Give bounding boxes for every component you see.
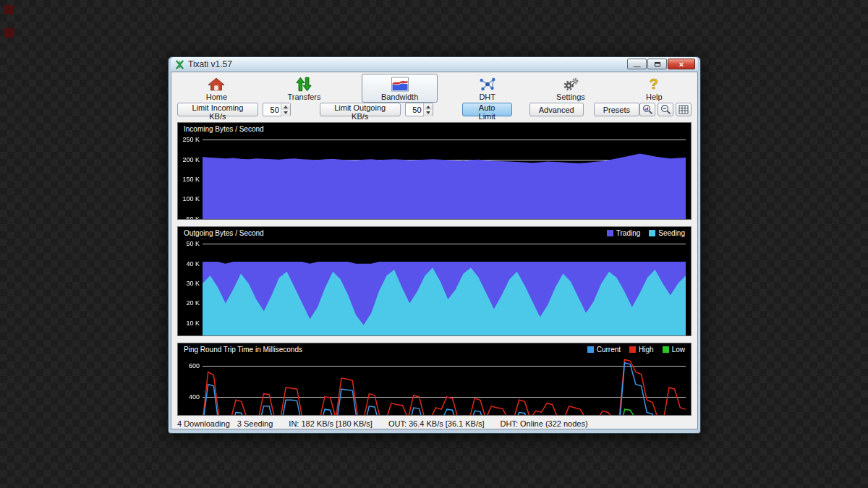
incoming-spin-down-icon[interactable] bbox=[281, 110, 290, 116]
settings-gears-icon bbox=[562, 76, 579, 92]
outgoing-limit-spinner bbox=[405, 103, 433, 116]
ping-chart-legend: Current High Low bbox=[587, 346, 685, 354]
seeding-legend-swatch bbox=[649, 230, 655, 236]
window-title: Tixati v1.57 bbox=[188, 59, 232, 69]
toolbar-home-label: Home bbox=[206, 93, 227, 101]
window-controls: — × bbox=[627, 59, 695, 69]
transfers-icon bbox=[295, 76, 312, 92]
outgoing-chart-panel: Outgoing Bytes / Second Trading Seeding bbox=[177, 226, 692, 336]
outgoing-spin-down-icon[interactable] bbox=[424, 110, 433, 116]
toolbar-bandwidth[interactable]: Bandwidth bbox=[362, 74, 438, 103]
bandwidth-controls-row: Limit Incoming KB/s Limit Outgoing KB/s bbox=[171, 103, 697, 119]
low-legend-swatch bbox=[663, 346, 669, 353]
status-outgoing-rate: OUT: 36.4 KB/s [36.1 KB/s] bbox=[388, 419, 485, 428]
limit-outgoing-button[interactable]: Limit Outgoing KB/s bbox=[320, 103, 401, 116]
tixati-logo-icon bbox=[174, 59, 185, 70]
grid-icon bbox=[678, 105, 689, 114]
maximize-button[interactable] bbox=[647, 59, 667, 69]
toolbar-transfers[interactable]: Transfers bbox=[268, 74, 340, 103]
incoming-spin-up-icon[interactable] bbox=[281, 103, 290, 110]
incoming-chart-panel: Incoming Bytes / Second bbox=[177, 122, 692, 220]
outgoing-chart-title: Outgoing Bytes / Second bbox=[184, 229, 264, 237]
zoom-out-button[interactable] bbox=[658, 103, 673, 116]
advanced-button[interactable]: Advanced bbox=[529, 103, 584, 116]
outgoing-spin-up-icon[interactable] bbox=[424, 103, 433, 110]
help-icon: ? bbox=[645, 76, 663, 92]
titlebar[interactable]: Tixati v1.57 — × bbox=[171, 57, 698, 72]
status-downloading: 4 Downloading bbox=[177, 419, 230, 428]
limit-incoming-button[interactable]: Limit Incoming KB/s bbox=[177, 103, 258, 116]
outgoing-limit-input[interactable] bbox=[406, 103, 423, 116]
main-toolbar: Home Transfers bbox=[171, 72, 697, 103]
status-incoming-rate: IN: 182 KB/s [180 KB/s] bbox=[289, 419, 373, 428]
grid-view-button[interactable] bbox=[676, 103, 692, 116]
bandwidth-icon bbox=[391, 76, 409, 92]
charts-area: Incoming Bytes / Second Outgoing Bytes /… bbox=[171, 119, 697, 419]
auto-limit-button[interactable]: Auto Limit bbox=[462, 103, 512, 116]
toolbar-dht-label: DHT bbox=[479, 93, 495, 101]
ping-chart-canvas bbox=[178, 354, 691, 416]
zoom-in-button[interactable] bbox=[639, 103, 655, 116]
ping-chart-panel: Ping Round Trip Time in Milliseconds Cur… bbox=[177, 343, 692, 416]
tixati-window: Tixati v1.57 — × Home bbox=[168, 56, 701, 434]
toolbar-settings[interactable]: Settings bbox=[537, 74, 605, 103]
outgoing-chart-canvas bbox=[178, 237, 691, 336]
outgoing-chart-legend: Trading Seeding bbox=[607, 229, 685, 237]
trading-legend-label: Trading bbox=[616, 229, 641, 237]
high-legend-swatch bbox=[629, 346, 636, 353]
presets-button[interactable]: Presets bbox=[594, 103, 639, 116]
magnifier-icon bbox=[660, 104, 671, 115]
toolbar-transfers-label: Transfers bbox=[287, 93, 320, 101]
status-seeding: 3 Seeding bbox=[237, 419, 273, 428]
dht-icon bbox=[479, 76, 496, 92]
incoming-limit-spinner bbox=[263, 103, 291, 116]
toolbar-help[interactable]: ? Help bbox=[626, 74, 682, 103]
toolbar-home[interactable]: Home bbox=[187, 74, 247, 103]
low-legend-label: Low bbox=[672, 346, 685, 354]
status-dht: DHT: Online (322 nodes) bbox=[501, 419, 588, 428]
toolbar-dht[interactable]: DHT bbox=[459, 74, 516, 103]
desktop: Tixati v1.57 — × Home bbox=[0, 0, 868, 488]
incoming-limit-input[interactable] bbox=[263, 103, 281, 116]
current-legend-swatch bbox=[587, 346, 594, 353]
current-legend-label: Current bbox=[597, 346, 621, 354]
magnifier-chart-icon bbox=[642, 104, 653, 115]
svg-text:?: ? bbox=[650, 77, 658, 92]
desktop-pixel-artifact bbox=[4, 28, 14, 38]
toolbar-help-label: Help bbox=[646, 93, 663, 101]
desktop-pixel-artifact bbox=[4, 5, 14, 14]
incoming-chart-canvas bbox=[178, 133, 691, 220]
trading-legend-swatch bbox=[607, 230, 613, 236]
incoming-chart-title: Incoming Bytes / Second bbox=[184, 125, 264, 133]
high-legend-label: High bbox=[639, 346, 654, 354]
home-icon bbox=[208, 76, 225, 92]
ping-chart-title: Ping Round Trip Time in Milliseconds bbox=[184, 346, 302, 354]
minimize-button[interactable]: — bbox=[627, 59, 647, 69]
toolbar-bandwidth-label: Bandwidth bbox=[381, 93, 418, 101]
toolbar-settings-label: Settings bbox=[556, 93, 585, 101]
close-button[interactable]: × bbox=[668, 59, 695, 69]
seeding-legend-label: Seeding bbox=[658, 229, 685, 237]
status-bar: 4 Downloading 3 Seeding IN: 182 KB/s [18… bbox=[171, 419, 697, 429]
client-area: Home Transfers bbox=[171, 72, 698, 429]
chart-view-tools bbox=[639, 103, 692, 116]
